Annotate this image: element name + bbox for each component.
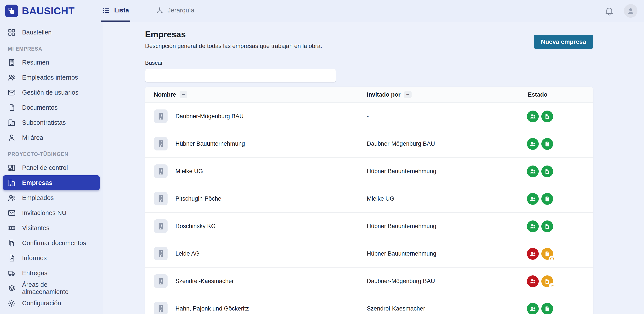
- documents-status-icon: [541, 248, 553, 260]
- employees-status-icon: [527, 220, 539, 232]
- topbar: BAUSICHT ListaJerarquía: [0, 0, 644, 22]
- company-name: Mielke UG: [176, 158, 203, 185]
- sidebar-item-panel-de-control[interactable]: Panel de control: [3, 160, 100, 175]
- clock-badge-icon: [549, 256, 555, 262]
- page-content: Empresas Descripción general de todas la…: [145, 22, 593, 314]
- column-header-nombre: Nombre−: [154, 87, 187, 103]
- table-row[interactable]: Mielke UG Hübner Bauunternehmung: [145, 158, 593, 185]
- refresh-badge-icon: [549, 283, 555, 289]
- sidebar-item-informes[interactable]: Informes: [3, 251, 100, 266]
- invited-by: Hübner Bauunternehmung: [367, 240, 436, 267]
- table-row[interactable]: Leide AG Hübner Bauunternehmung: [145, 240, 593, 268]
- user-avatar[interactable]: [624, 4, 638, 18]
- sort-button-nombre[interactable]: −: [180, 91, 187, 98]
- invited-by: Daubner-Mögenburg BAU: [367, 268, 435, 295]
- company-name: Pitschugin-Pöche: [176, 185, 221, 212]
- sidebar-item-label: Subcontratistas: [22, 119, 66, 126]
- sidebar-item-label: Invitaciones NU: [22, 209, 66, 216]
- sidebar-item-entregas[interactable]: Entregas: [3, 266, 100, 281]
- company-avatar: [154, 219, 168, 233]
- companies-table: Nombre−Invitado por−Estado Daubner-Mögen…: [145, 87, 593, 314]
- company-name: Daubner-Mögenburg BAU: [176, 103, 244, 130]
- sidebar-item-resumen[interactable]: Resumen: [3, 55, 100, 70]
- view-tabs: ListaJerarquía: [101, 0, 196, 22]
- company-avatar: [154, 274, 168, 288]
- sidebar-item-visitantes[interactable]: Visitantes: [3, 220, 100, 236]
- table-row[interactable]: Roschinsky KG Hübner Bauunternehmung: [145, 213, 593, 240]
- employees-status-icon: [527, 193, 539, 205]
- sidebar-item-label: Empleados: [22, 194, 54, 201]
- dashboard-icon: [8, 163, 16, 172]
- table-row[interactable]: Szendrei-Kaesmacher Daubner-Mögenburg BA…: [145, 268, 593, 295]
- sidebar-item-reas-de-almacenamiento[interactable]: Áreas de almacenamiento: [3, 281, 100, 296]
- ticket-icon: [8, 224, 16, 232]
- employees-status-icon: [527, 165, 539, 177]
- employees-status-icon: [527, 275, 539, 287]
- hierarchy-icon: [156, 6, 164, 14]
- table-row[interactable]: Hübner Bauunternehmung Daubner-Mögenburg…: [145, 130, 593, 158]
- documents-status-icon: [541, 138, 553, 150]
- brand[interactable]: BAUSICHT: [5, 0, 75, 22]
- tab-jerarquia[interactable]: Jerarquía: [154, 0, 196, 22]
- search-input[interactable]: [145, 69, 336, 82]
- brand-name: BAUSICHT: [22, 5, 75, 17]
- sidebar-item-baustellen[interactable]: Baustellen: [3, 25, 100, 40]
- status-cell: [527, 240, 553, 267]
- sidebar-section-label: MI EMPRESA: [8, 46, 100, 52]
- sidebar-item-confirmar-documentos[interactable]: Confirmar documentos: [3, 236, 100, 251]
- sidebar-item-documentos[interactable]: Documentos: [3, 100, 100, 115]
- building-icon: [156, 194, 166, 204]
- sidebar-item-subcontratistas[interactable]: Subcontratistas: [3, 115, 100, 130]
- sidebar-item-empresas[interactable]: Empresas: [3, 175, 100, 190]
- company-avatar: [154, 247, 168, 260]
- search-label: Buscar: [145, 59, 593, 66]
- bell-icon: [604, 6, 614, 16]
- documents-status-icon: [541, 165, 553, 177]
- tab-lista[interactable]: Lista: [101, 0, 130, 22]
- sidebar-item-empleados[interactable]: Empleados: [3, 190, 100, 205]
- sidebar-item-label: Gestión de usuarios: [22, 89, 78, 96]
- sidebar-section-label: PROYECTO-TÜBINGEN: [8, 151, 100, 157]
- column-label: Invitado por: [367, 91, 401, 98]
- truck-icon: [8, 269, 16, 277]
- new-company-button[interactable]: Nueva empresa: [534, 35, 593, 49]
- sidebar-item-label: Visitantes: [22, 224, 49, 232]
- sidebar-item-label: Baustellen: [22, 29, 52, 36]
- grid-icon: [8, 28, 16, 37]
- building-icon: [156, 249, 166, 259]
- tab-label: Jerarquía: [168, 7, 194, 14]
- sidebar-item-mi-rea[interactable]: Mi área: [3, 130, 100, 145]
- sidebar-item-label: Informes: [22, 255, 47, 262]
- sidebar: BaustellenMI EMPRESAResumenEmpleados int…: [0, 22, 103, 314]
- main-content: Empresas Descripción general de todas la…: [103, 22, 644, 314]
- sidebar-item-label: Mi área: [22, 134, 43, 141]
- sidebar-item-label: Confirmar documentos: [22, 239, 86, 247]
- company-name: Szendrei-Kaesmacher: [176, 268, 234, 295]
- status-cell: [527, 213, 553, 240]
- documents-status-icon: [541, 275, 553, 287]
- status-cell: [527, 158, 553, 185]
- building-icon: [156, 166, 166, 176]
- invited-by: -: [367, 103, 369, 130]
- layers-icon: [8, 284, 16, 293]
- company-avatar: [154, 110, 168, 123]
- sidebar-item-gesti-n-de-usuarios[interactable]: Gestión de usuarios: [3, 85, 100, 100]
- sort-button-invitado-por[interactable]: −: [404, 91, 412, 98]
- building-icon: [8, 58, 16, 67]
- notifications-button[interactable]: [604, 6, 614, 16]
- document-icon: [8, 103, 16, 112]
- sidebar-item-label: Empresas: [22, 179, 52, 186]
- sidebar-item-invitaciones-nu[interactable]: Invitaciones NU: [3, 205, 100, 220]
- sidebar-item-empleados-internos[interactable]: Empleados internos: [3, 70, 100, 85]
- building-icon: [156, 139, 166, 149]
- building-icon: [156, 304, 166, 314]
- table-row[interactable]: Hahn, Pajonk und Göckeritz Szendroi-Kaes…: [145, 295, 593, 314]
- column-label: Estado: [528, 91, 548, 98]
- table-row[interactable]: Pitschugin-Pöche Mielke UG: [145, 185, 593, 213]
- invited-by: Szendroi-Kaesmacher: [367, 295, 425, 314]
- documents-status-icon: [541, 111, 553, 122]
- bausicht-logo-icon: [5, 4, 18, 17]
- sidebar-item-configuraci-n[interactable]: Configuración: [3, 296, 100, 311]
- column-label: Nombre: [154, 91, 176, 98]
- table-row[interactable]: Daubner-Mögenburg BAU -: [145, 103, 593, 130]
